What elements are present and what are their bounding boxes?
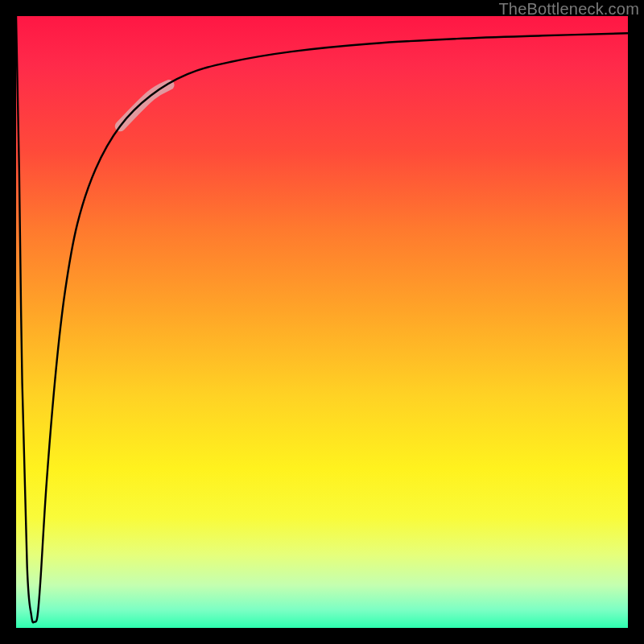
chart-container: TheBottleneck.com [0, 0, 644, 644]
curve-layer [16, 16, 628, 628]
plot-area [16, 16, 628, 628]
bottleneck-curve [16, 16, 628, 622]
curve-highlight-segment [120, 85, 169, 126]
